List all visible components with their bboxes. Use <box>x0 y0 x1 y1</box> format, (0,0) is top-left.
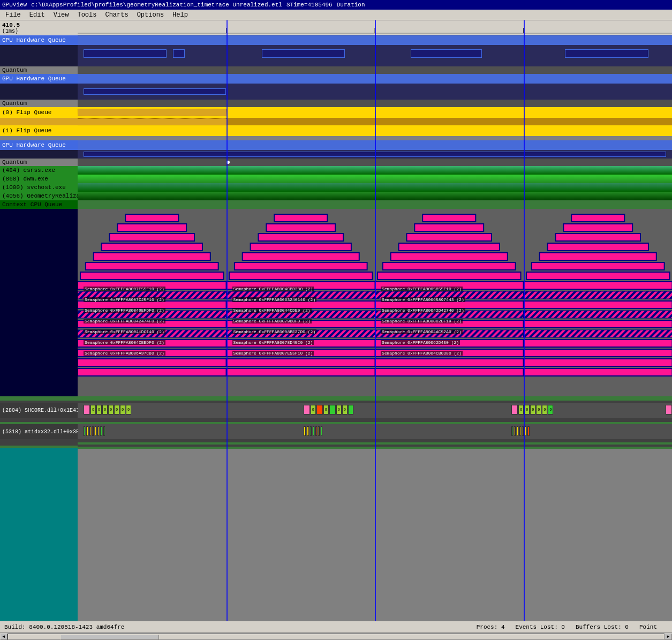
shcore-block: 9 <box>108 405 114 415</box>
svg-rect-25 <box>258 234 343 241</box>
svg-rect-23 <box>274 214 327 222</box>
scroll-right-btn[interactable]: ► <box>665 634 672 640</box>
svg-rect-66 <box>531 262 664 270</box>
svg-rect-43 <box>414 224 484 231</box>
svg-rect-72 <box>524 320 673 328</box>
scroll-left-btn[interactable]: ◄ <box>0 634 7 640</box>
title-duration: Duration <box>337 2 365 8</box>
sem-label-2: Semaphore 0xFFFFA8007C25F10 (2) <box>84 297 165 302</box>
label-process-4056: (4056) GeometryRealization.exe <box>0 192 78 200</box>
shcore-block: 9 <box>120 405 125 415</box>
shcore-block: 9 <box>530 405 535 415</box>
svg-rect-26 <box>250 243 351 251</box>
atidxx-block <box>527 426 530 436</box>
sem-label-g2-2: Semaphore 0xFFFFA80063240140 (2) <box>232 297 317 302</box>
atidxx-block <box>97 426 99 436</box>
flip0-block-4 <box>524 109 673 116</box>
gpu-block-1 <box>84 49 167 58</box>
svg-rect-20 <box>78 368 226 376</box>
svg-rect-68 <box>524 282 673 289</box>
label-sep-6 <box>0 446 78 448</box>
gpu-block-3 <box>262 49 345 58</box>
svg-rect-29 <box>229 272 372 280</box>
sem-label-g3-5: Semaphore 0xFFFFA8004AC52A0 (2) <box>381 329 463 334</box>
scrollbar-area[interactable]: ◄ ► <box>0 633 672 640</box>
pyramid-3 <box>375 209 524 396</box>
menu-help[interactable]: Help <box>168 10 192 20</box>
shcore-block: 9 <box>536 405 541 415</box>
atidxx-block <box>100 426 102 436</box>
sem-label-g2-5: Semaphore 0xFFFFA80008BE27D0 (2) <box>232 329 317 334</box>
menu-options[interactable]: Options <box>133 10 168 20</box>
sem-label-g3-1: Semaphore 0xFFFFA8005855F10 (2) <box>381 287 463 291</box>
flip1-block-2 <box>381 127 672 134</box>
shcore-block: 9 <box>342 405 348 415</box>
gpu-block-2 <box>173 49 185 58</box>
label-process-484: (484) csrss.exe <box>0 166 78 175</box>
svg-rect-44 <box>406 234 492 241</box>
sem-label-7: Semaphore 0xFFFFA8006A97CB0 (2) <box>84 351 165 356</box>
svg-rect-6 <box>109 234 194 241</box>
svg-rect-28 <box>234 262 367 270</box>
svg-rect-64 <box>547 243 648 251</box>
menu-edit[interactable]: Edit <box>25 10 49 20</box>
atidxx-block <box>517 426 518 436</box>
sem-label-4: Semaphore 0xFFFFA80042474F0 (2) <box>84 319 165 323</box>
label-quantum-2: Quantum <box>0 100 78 107</box>
scrollbar-track[interactable] <box>7 634 665 640</box>
atidxx-block <box>315 426 317 436</box>
title-text: GPUView <box>2 2 27 8</box>
shcore-block: 9 <box>90 405 96 415</box>
shcore-block: 9 <box>548 405 553 415</box>
menu-view[interactable]: View <box>49 10 73 20</box>
pyramid-2 <box>226 209 375 396</box>
svg-rect-58 <box>375 368 524 376</box>
pyramid-4 <box>524 209 673 396</box>
label-flip-0: (0) Flip Queue <box>0 107 78 118</box>
menu-bar: File Edit View Tools Charts Options Help <box>0 10 672 20</box>
menu-charts[interactable]: Charts <box>101 10 132 20</box>
flip0-block-3 <box>381 109 523 116</box>
ruler-label-area: 410.5 (1ms) <box>0 20 78 35</box>
label-quantum-1: Quantum <box>0 66 78 74</box>
main-content: 410.5 (1ms) GPU Hardware Queue Quantum G… <box>0 20 672 627</box>
atidxx-block <box>89 426 91 436</box>
label-flip-1-sub <box>0 136 78 140</box>
status-procs: Procs: 4 <box>477 624 505 630</box>
svg-rect-39 <box>226 368 375 376</box>
svg-rect-7 <box>102 243 202 251</box>
chart-area[interactable]: Semaphore 0xFFFFA8007E55F10 (2) Semaphor… <box>78 20 672 627</box>
atidxx-block <box>86 426 88 436</box>
atidxx-block <box>307 426 309 436</box>
svg-rect-4 <box>125 214 178 222</box>
atidxx-block <box>84 426 85 436</box>
label-pyramid-area <box>0 209 78 396</box>
atidxx-block <box>519 426 521 436</box>
scrollbar-thumb[interactable] <box>61 635 159 640</box>
sem-label-5: Semaphore 0xFFFFA80041DC140 (2) <box>84 329 165 334</box>
label-quantum-3: Quantum <box>0 159 78 166</box>
shcore-block: 9 <box>114 405 119 415</box>
status-build: Build: 8400.0.120518-1423 amd64fre <box>4 624 124 630</box>
flip0-block-2 <box>232 109 375 116</box>
ruler-unit: (1ms) <box>2 28 18 34</box>
svg-rect-69 <box>524 291 673 299</box>
svg-rect-76 <box>524 359 673 366</box>
atidxx-block <box>313 426 314 436</box>
ruler-value: 410.5 <box>2 22 20 28</box>
shcore-block <box>666 405 672 415</box>
sem-label-6: Semaphore 0xFFFFA8004CEEDF0 (2) <box>84 340 165 345</box>
menu-tools[interactable]: Tools <box>73 10 101 20</box>
sem-label-g2-4: Semaphore 0xFFFFA80079BUF0 (2) <box>232 319 312 323</box>
svg-rect-65 <box>539 253 656 260</box>
svg-rect-51 <box>375 301 524 308</box>
svg-rect-9 <box>86 262 218 270</box>
label-gpu-content-1 <box>0 45 78 66</box>
status-point: Point <box>639 624 657 630</box>
svg-rect-13 <box>78 301 226 308</box>
shcore-block <box>316 405 323 415</box>
sem-label-g2-3: Semaphore 0xFFFFA80044CDE0 (2) <box>232 308 312 313</box>
svg-rect-73 <box>524 330 673 337</box>
atidxx-block <box>321 426 322 436</box>
menu-file[interactable]: File <box>1 10 25 20</box>
